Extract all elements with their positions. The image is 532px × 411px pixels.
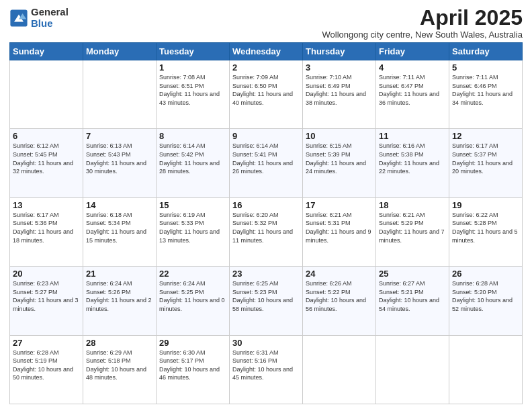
cell-info: Sunrise: 6:25 AM Sunset: 5:23 PM Dayligh… bbox=[232, 279, 300, 313]
page: General Blue April 2025 Wollongong city … bbox=[0, 0, 532, 411]
calendar-cell: 2Sunrise: 7:09 AM Sunset: 6:50 PM Daylig… bbox=[230, 60, 303, 129]
logo-general: General bbox=[31, 7, 69, 18]
cell-day-number: 17 bbox=[306, 200, 373, 210]
cell-day-number: 27 bbox=[13, 338, 80, 348]
cell-info: Sunrise: 6:28 AM Sunset: 5:19 PM Dayligh… bbox=[13, 349, 80, 382]
cell-day-number: 9 bbox=[232, 131, 300, 141]
calendar-cell: 27Sunrise: 6:28 AM Sunset: 5:19 PM Dayli… bbox=[10, 335, 83, 404]
calendar-cell: 28Sunrise: 6:29 AM Sunset: 5:18 PM Dayli… bbox=[83, 335, 157, 404]
calendar-cell: 20Sunrise: 6:23 AM Sunset: 5:27 PM Dayli… bbox=[10, 267, 83, 335]
month-title: April 2025 bbox=[322, 7, 523, 28]
calendar-cell: 29Sunrise: 6:30 AM Sunset: 5:17 PM Dayli… bbox=[157, 335, 230, 404]
day-header-saturday: Saturday bbox=[449, 43, 523, 60]
calendar-cell: 21Sunrise: 6:24 AM Sunset: 5:26 PM Dayli… bbox=[83, 267, 157, 335]
day-header-monday: Monday bbox=[83, 43, 157, 60]
cell-info: Sunrise: 7:11 AM Sunset: 6:46 PM Dayligh… bbox=[452, 73, 519, 107]
cell-day-number: 26 bbox=[452, 269, 519, 279]
cell-day-number: 22 bbox=[159, 269, 226, 279]
cell-info: Sunrise: 6:14 AM Sunset: 5:42 PM Dayligh… bbox=[159, 142, 226, 175]
cell-info: Sunrise: 6:26 AM Sunset: 5:22 PM Dayligh… bbox=[306, 279, 373, 313]
week-row-4: 20Sunrise: 6:23 AM Sunset: 5:27 PM Dayli… bbox=[10, 267, 523, 335]
cell-day-number: 28 bbox=[86, 338, 153, 348]
calendar-cell: 17Sunrise: 6:21 AM Sunset: 5:31 PM Dayli… bbox=[303, 197, 376, 266]
cell-day-number: 21 bbox=[86, 269, 153, 279]
cell-day-number: 3 bbox=[306, 62, 373, 73]
calendar-cell: 18Sunrise: 6:21 AM Sunset: 5:29 PM Dayli… bbox=[376, 197, 449, 266]
logo: General Blue bbox=[9, 7, 69, 29]
calendar-cell: 22Sunrise: 6:24 AM Sunset: 5:25 PM Dayli… bbox=[157, 267, 230, 335]
cell-info: Sunrise: 6:24 AM Sunset: 5:25 PM Dayligh… bbox=[159, 279, 226, 313]
week-row-3: 13Sunrise: 6:17 AM Sunset: 5:36 PM Dayli… bbox=[10, 197, 523, 266]
calendar-cell: 4Sunrise: 7:11 AM Sunset: 6:47 PM Daylig… bbox=[376, 60, 449, 129]
cell-info: Sunrise: 7:11 AM Sunset: 6:47 PM Dayligh… bbox=[379, 73, 446, 107]
calendar-cell: 12Sunrise: 6:17 AM Sunset: 5:37 PM Dayli… bbox=[449, 129, 523, 197]
cell-day-number: 14 bbox=[86, 200, 153, 210]
cell-info: Sunrise: 6:21 AM Sunset: 5:31 PM Dayligh… bbox=[306, 211, 373, 244]
cell-day-number: 2 bbox=[232, 62, 300, 73]
cell-info: Sunrise: 6:13 AM Sunset: 5:43 PM Dayligh… bbox=[86, 142, 153, 175]
calendar-cell: 10Sunrise: 6:15 AM Sunset: 5:39 PM Dayli… bbox=[303, 129, 376, 197]
cell-day-number: 18 bbox=[379, 200, 446, 210]
cell-day-number: 10 bbox=[306, 131, 373, 141]
cell-day-number: 25 bbox=[379, 269, 446, 279]
calendar-cell: 16Sunrise: 6:20 AM Sunset: 5:32 PM Dayli… bbox=[230, 197, 303, 266]
calendar-cell: 23Sunrise: 6:25 AM Sunset: 5:23 PM Dayli… bbox=[230, 267, 303, 335]
cell-day-number: 19 bbox=[452, 200, 519, 210]
cell-info: Sunrise: 6:14 AM Sunset: 5:41 PM Dayligh… bbox=[232, 142, 300, 175]
calendar-cell: 8Sunrise: 6:14 AM Sunset: 5:42 PM Daylig… bbox=[157, 129, 230, 197]
cell-day-number: 20 bbox=[13, 269, 80, 279]
cell-day-number: 6 bbox=[13, 131, 80, 141]
logo-icon bbox=[9, 9, 28, 28]
calendar-cell bbox=[303, 335, 376, 404]
calendar-cell: 19Sunrise: 6:22 AM Sunset: 5:28 PM Dayli… bbox=[449, 197, 523, 266]
cell-info: Sunrise: 6:28 AM Sunset: 5:20 PM Dayligh… bbox=[452, 279, 519, 313]
cell-info: Sunrise: 6:17 AM Sunset: 5:37 PM Dayligh… bbox=[452, 142, 519, 175]
cell-info: Sunrise: 6:18 AM Sunset: 5:34 PM Dayligh… bbox=[86, 211, 153, 244]
week-row-1: 1Sunrise: 7:08 AM Sunset: 6:51 PM Daylig… bbox=[10, 60, 523, 129]
calendar-cell: 11Sunrise: 6:16 AM Sunset: 5:38 PM Dayli… bbox=[376, 129, 449, 197]
calendar-cell: 9Sunrise: 6:14 AM Sunset: 5:41 PM Daylig… bbox=[230, 129, 303, 197]
cell-info: Sunrise: 6:12 AM Sunset: 5:45 PM Dayligh… bbox=[13, 142, 80, 175]
cell-day-number: 30 bbox=[232, 338, 300, 348]
subtitle: Wollongong city centre, New South Wales,… bbox=[322, 30, 523, 40]
calendar-cell bbox=[83, 60, 157, 129]
header: General Blue April 2025 Wollongong city … bbox=[9, 7, 523, 40]
calendar-table: SundayMondayTuesdayWednesdayThursdayFrid… bbox=[9, 42, 523, 404]
calendar-cell: 3Sunrise: 7:10 AM Sunset: 6:49 PM Daylig… bbox=[303, 60, 376, 129]
day-header-tuesday: Tuesday bbox=[157, 43, 230, 60]
cell-info: Sunrise: 6:27 AM Sunset: 5:21 PM Dayligh… bbox=[379, 279, 446, 313]
cell-day-number: 5 bbox=[452, 62, 519, 73]
title-block: April 2025 Wollongong city centre, New S… bbox=[322, 7, 523, 40]
calendar-cell: 13Sunrise: 6:17 AM Sunset: 5:36 PM Dayli… bbox=[10, 197, 83, 266]
cell-day-number: 29 bbox=[159, 338, 226, 348]
cell-info: Sunrise: 6:31 AM Sunset: 5:16 PM Dayligh… bbox=[232, 349, 300, 382]
day-header-thursday: Thursday bbox=[303, 43, 376, 60]
day-header-wednesday: Wednesday bbox=[230, 43, 303, 60]
calendar-cell: 15Sunrise: 6:19 AM Sunset: 5:33 PM Dayli… bbox=[157, 197, 230, 266]
cell-day-number: 7 bbox=[86, 131, 153, 141]
calendar-cell: 30Sunrise: 6:31 AM Sunset: 5:16 PM Dayli… bbox=[230, 335, 303, 404]
logo-text: General Blue bbox=[31, 7, 69, 29]
cell-day-number: 15 bbox=[159, 200, 226, 210]
calendar-header-row: SundayMondayTuesdayWednesdayThursdayFrid… bbox=[10, 43, 523, 60]
cell-day-number: 16 bbox=[232, 200, 300, 210]
cell-day-number: 24 bbox=[306, 269, 373, 279]
cell-info: Sunrise: 7:09 AM Sunset: 6:50 PM Dayligh… bbox=[232, 73, 300, 107]
day-header-sunday: Sunday bbox=[10, 43, 83, 60]
calendar-cell: 14Sunrise: 6:18 AM Sunset: 5:34 PM Dayli… bbox=[83, 197, 157, 266]
calendar-cell: 6Sunrise: 6:12 AM Sunset: 5:45 PM Daylig… bbox=[10, 129, 83, 197]
cell-day-number: 11 bbox=[379, 131, 446, 141]
calendar-cell: 26Sunrise: 6:28 AM Sunset: 5:20 PM Dayli… bbox=[449, 267, 523, 335]
week-row-5: 27Sunrise: 6:28 AM Sunset: 5:19 PM Dayli… bbox=[10, 335, 523, 404]
calendar-cell bbox=[449, 335, 523, 404]
calendar-cell: 7Sunrise: 6:13 AM Sunset: 5:43 PM Daylig… bbox=[83, 129, 157, 197]
calendar-cell: 1Sunrise: 7:08 AM Sunset: 6:51 PM Daylig… bbox=[157, 60, 230, 129]
day-header-friday: Friday bbox=[376, 43, 449, 60]
calendar-cell: 5Sunrise: 7:11 AM Sunset: 6:46 PM Daylig… bbox=[449, 60, 523, 129]
calendar-cell: 25Sunrise: 6:27 AM Sunset: 5:21 PM Dayli… bbox=[376, 267, 449, 335]
cell-day-number: 13 bbox=[13, 200, 80, 210]
cell-day-number: 23 bbox=[232, 269, 300, 279]
cell-info: Sunrise: 6:24 AM Sunset: 5:26 PM Dayligh… bbox=[86, 279, 153, 313]
calendar-cell bbox=[10, 60, 83, 129]
cell-day-number: 1 bbox=[159, 62, 226, 73]
